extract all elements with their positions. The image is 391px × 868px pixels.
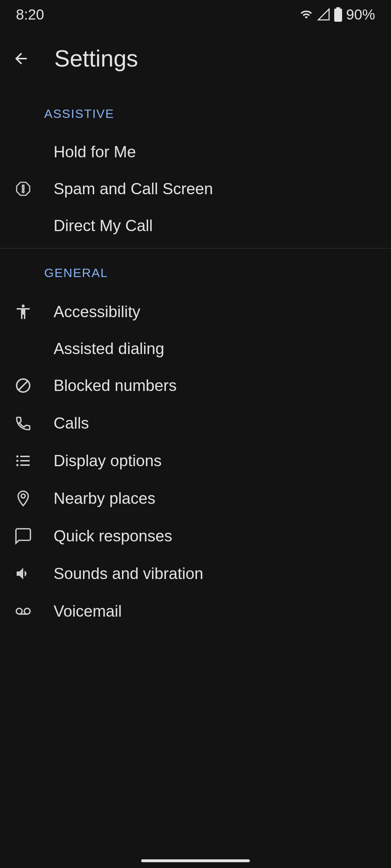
- message-icon: [13, 526, 33, 546]
- report-icon: [13, 179, 33, 199]
- setting-hold-for-me[interactable]: Hold for Me: [0, 134, 391, 170]
- svg-point-10: [24, 608, 30, 614]
- voicemail-icon: [13, 601, 33, 621]
- setting-sounds-vibration[interactable]: Sounds and vibration: [0, 555, 391, 592]
- setting-nearby-places[interactable]: Nearby places: [0, 480, 391, 517]
- back-button[interactable]: [11, 48, 31, 69]
- setting-accessibility[interactable]: Accessibility: [0, 293, 391, 331]
- wifi-icon: [299, 8, 314, 21]
- setting-label: Quick responses: [54, 527, 172, 545]
- page-title: Settings: [54, 45, 138, 72]
- setting-label: Sounds and vibration: [54, 565, 203, 583]
- status-icons: 90%: [299, 7, 375, 23]
- section-header-assistive: ASSISTIVE: [0, 94, 391, 134]
- phone-icon: [13, 413, 33, 433]
- setting-spam-call-screen[interactable]: Spam and Call Screen: [0, 170, 391, 208]
- accessibility-icon: [13, 302, 33, 322]
- setting-label: Hold for Me: [54, 143, 136, 161]
- setting-label: Voicemail: [54, 602, 122, 620]
- arrow-back-icon: [12, 50, 30, 67]
- status-bar: 8:20 90%: [0, 0, 391, 29]
- setting-blocked-numbers[interactable]: Blocked numbers: [0, 367, 391, 404]
- location-icon: [13, 488, 33, 509]
- home-indicator[interactable]: [141, 859, 250, 862]
- svg-point-2: [22, 305, 25, 307]
- status-time: 8:20: [16, 7, 44, 23]
- setting-label: Blocked numbers: [54, 376, 177, 395]
- svg-point-9: [16, 608, 22, 614]
- setting-label: Nearby places: [54, 489, 155, 507]
- setting-voicemail[interactable]: Voicemail: [0, 592, 391, 630]
- app-bar: Settings: [0, 29, 391, 94]
- svg-rect-8: [20, 464, 30, 466]
- svg-rect-1: [336, 7, 340, 9]
- setting-label: Calls: [54, 414, 89, 432]
- svg-rect-7: [20, 460, 30, 461]
- setting-label: Display options: [54, 452, 161, 470]
- signal-icon: [317, 8, 330, 21]
- svg-point-5: [16, 464, 18, 466]
- svg-point-3: [16, 455, 18, 458]
- setting-label: Accessibility: [54, 303, 140, 321]
- list-icon: [13, 451, 33, 471]
- svg-point-4: [16, 460, 18, 462]
- svg-rect-6: [20, 456, 30, 457]
- setting-label: Direct My Call: [54, 217, 153, 235]
- setting-display-options[interactable]: Display options: [0, 442, 391, 480]
- setting-quick-responses[interactable]: Quick responses: [0, 517, 391, 555]
- setting-assisted-dialing[interactable]: Assisted dialing: [0, 331, 391, 367]
- setting-calls[interactable]: Calls: [0, 404, 391, 442]
- setting-label: Spam and Call Screen: [54, 180, 213, 198]
- battery-pct: 90%: [346, 7, 375, 23]
- setting-label: Assisted dialing: [54, 340, 164, 358]
- setting-direct-my-call[interactable]: Direct My Call: [0, 208, 391, 244]
- volume-icon: [13, 563, 33, 584]
- section-header-general: GENERAL: [0, 253, 391, 293]
- svg-rect-0: [334, 9, 342, 22]
- block-icon: [13, 375, 33, 396]
- battery-icon: [334, 7, 342, 22]
